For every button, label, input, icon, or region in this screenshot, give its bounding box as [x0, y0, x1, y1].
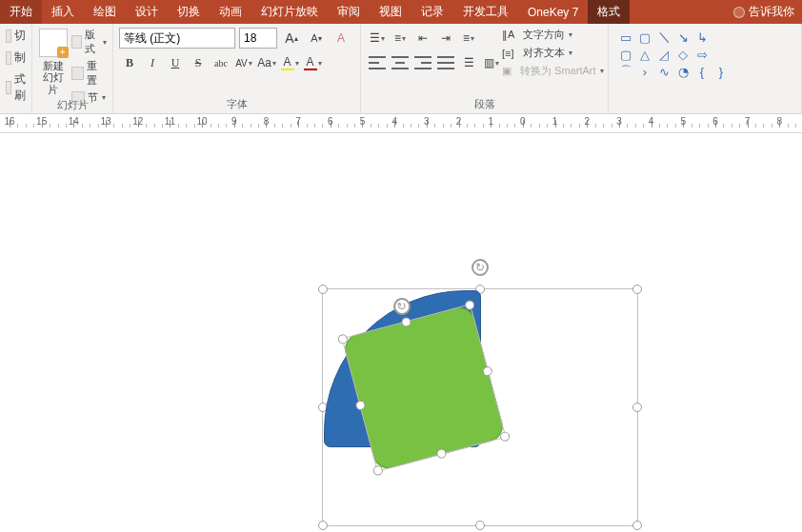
italic-button[interactable]: I	[142, 52, 163, 73]
tab-developer[interactable]: 开发工具	[453, 0, 518, 24]
group-slides: 新建 幻灯片 版式▾ 重置 节▾ 幻灯片	[32, 24, 113, 113]
font-size-input[interactable]	[239, 28, 277, 49]
ruler-label: 1	[488, 116, 493, 127]
shape-brace-icon[interactable]: {	[692, 64, 712, 79]
cut-icon	[6, 30, 11, 43]
tab-animations[interactable]: 动画	[210, 0, 251, 24]
tab-transitions[interactable]: 切换	[168, 0, 210, 24]
group-label-slides: 幻灯片	[38, 96, 107, 112]
underline-button[interactable]: U	[165, 52, 186, 73]
ruler-label: 2	[456, 116, 462, 127]
align-justify-button[interactable]	[435, 52, 456, 73]
ruler-label: 13	[100, 116, 110, 127]
tab-review[interactable]: 审阅	[328, 0, 370, 24]
decrease-font-button[interactable]: A▾	[306, 28, 327, 49]
shape-rtriangle-icon[interactable]: ◿	[654, 47, 673, 62]
shape-brace2-icon[interactable]: }	[712, 64, 731, 79]
change-case-button[interactable]: Aa▾	[256, 52, 277, 73]
rotate-handle-outer[interactable]	[471, 259, 489, 276]
highlight-swatch	[281, 69, 294, 70]
clear-format-button[interactable]: A	[331, 28, 351, 49]
handle-tl[interactable]	[318, 285, 328, 294]
ruler-label: 4	[391, 116, 397, 127]
line-spacing-button[interactable]: ≡▾	[458, 28, 479, 49]
shape-triangle-icon[interactable]: △	[635, 47, 654, 62]
tab-view[interactable]: 视图	[370, 0, 411, 24]
bold-button[interactable]: B	[119, 52, 140, 73]
handle-tr[interactable]	[632, 285, 642, 294]
slide-canvas[interactable]	[0, 133, 802, 532]
ruler-label: 1	[552, 116, 558, 127]
group-shapes: ▭ ▢ ＼ ↘ ↳ ▢ △ ◿ ◇ ⇨ ⌒ › ∿ ◔ { }	[609, 24, 802, 113]
ribbon: 切 制 式刷 新建 幻灯片 版式▾ 重置 节▾ 幻灯片 A▴ A▾	[0, 24, 802, 114]
align-center-button[interactable]	[390, 52, 411, 73]
group-clipboard: 切 制 式刷	[0, 24, 32, 113]
increase-font-button[interactable]: A▴	[281, 28, 302, 49]
shapes-gallery[interactable]: ▭ ▢ ＼ ↘ ↳ ▢ △ ◿ ◇ ⇨ ⌒ › ∿ ◔ { }	[614, 28, 795, 81]
shape-diamond-icon[interactable]: ◇	[673, 47, 692, 62]
shape-curve-icon[interactable]: ∿	[654, 64, 673, 79]
handle-mr[interactable]	[632, 403, 642, 412]
font-color-swatch	[304, 69, 317, 70]
align-right-button[interactable]	[412, 52, 433, 73]
char-spacing-button[interactable]: AV▾	[233, 52, 254, 73]
tab-slideshow[interactable]: 幻灯片放映	[251, 0, 328, 24]
tab-record[interactable]: 记录	[411, 0, 453, 24]
ruler-label: 0	[520, 116, 526, 127]
format-painter-button[interactable]: 式刷	[6, 71, 26, 104]
shadow-button[interactable]: abc	[211, 52, 231, 73]
font-color-button[interactable]: A▾	[302, 52, 323, 73]
new-slide-button[interactable]: 新建 幻灯片	[38, 28, 68, 96]
chevron-down-icon: ▾	[103, 38, 107, 47]
cut-button[interactable]: 切	[6, 28, 26, 44]
shape-connector-icon[interactable]: ↳	[692, 30, 712, 45]
new-slide-icon	[39, 29, 68, 57]
handle-bl[interactable]	[318, 521, 328, 530]
copy-button[interactable]: 制	[6, 49, 26, 66]
font-name-input[interactable]	[119, 28, 235, 49]
ribbon-tabstrip: 开始 插入 绘图 设计 切换 动画 幻灯片放映 审阅 视图 记录 开发工具 On…	[0, 0, 802, 24]
horizontal-ruler[interactable]: 16151413121110987654321012345678	[0, 114, 802, 133]
shape-arrow-icon[interactable]: ↘	[673, 30, 692, 45]
shape-textbox-icon[interactable]: ▢	[635, 30, 654, 45]
convert-smartart-button[interactable]: ▣ 转换为 SmartArt▾	[502, 64, 604, 78]
tab-insert[interactable]: 插入	[42, 0, 84, 24]
handle-bm[interactable]	[475, 521, 485, 530]
align-text-button[interactable]: [≡] 对齐文本▾	[502, 46, 604, 60]
numbering-button[interactable]: ≡▾	[390, 28, 411, 49]
shape-arc-icon[interactable]: ⌒	[616, 64, 635, 79]
shape-chevron-icon[interactable]: ›	[635, 64, 654, 79]
shape-pie-icon[interactable]: ◔	[673, 64, 692, 79]
tab-onekey[interactable]: OneKey 7	[518, 0, 588, 24]
shape-roundrect-icon[interactable]: ▢	[616, 47, 635, 62]
shape-blockarrow-icon[interactable]: ⇨	[692, 47, 712, 62]
tab-home[interactable]: 开始	[0, 0, 42, 24]
ruler-label: 8	[264, 116, 270, 127]
shape-line-icon[interactable]: ＼	[654, 30, 673, 45]
reset-icon	[71, 67, 84, 80]
layout-button[interactable]: 版式▾	[71, 28, 107, 56]
reset-button[interactable]: 重置	[71, 59, 107, 88]
distribute-button[interactable]: ☰	[458, 52, 479, 73]
tab-draw[interactable]: 绘图	[84, 0, 126, 24]
highlight-button[interactable]: A▾	[279, 52, 300, 73]
tell-me-label: 告诉我你	[749, 4, 794, 20]
layout-icon	[71, 35, 81, 49]
align-left-icon	[369, 56, 386, 69]
columns-button[interactable]: ▥▾	[481, 52, 502, 73]
tab-format[interactable]: 格式	[588, 0, 630, 24]
tab-design[interactable]: 设计	[126, 0, 168, 24]
tell-me-search[interactable]: 告诉我你	[726, 0, 802, 24]
indent-decrease-button[interactable]: ⇤	[412, 28, 433, 49]
group-label-clipboard	[6, 109, 26, 111]
lightbulb-icon	[733, 7, 745, 18]
text-direction-button[interactable]: ‖A 文字方向▾	[502, 28, 604, 42]
strike-button[interactable]: S	[188, 52, 209, 73]
painter-icon	[6, 81, 11, 94]
handle-br[interactable]	[632, 521, 642, 530]
shape-rect-icon[interactable]: ▭	[616, 30, 635, 45]
indent-increase-button[interactable]: ⇥	[435, 28, 456, 49]
bullets-button[interactable]: ☰▾	[367, 28, 388, 49]
ruler-label: 6	[712, 116, 718, 127]
align-left-button[interactable]	[367, 52, 388, 73]
